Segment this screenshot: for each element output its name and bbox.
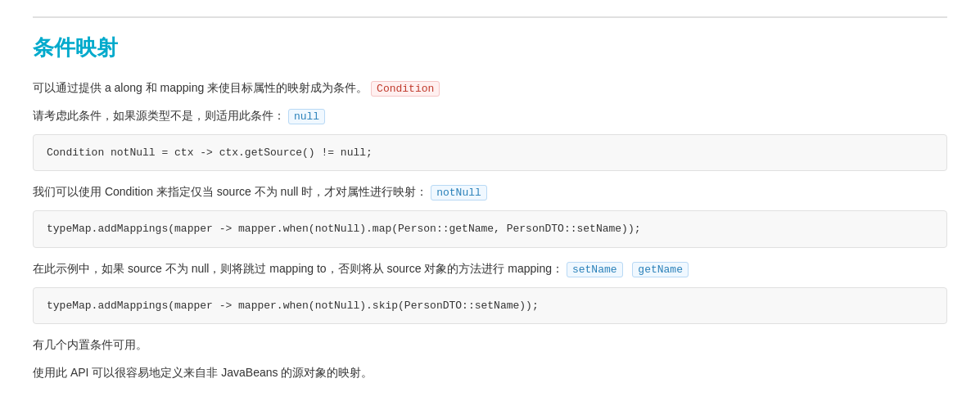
code-3-text: typeMap.addMappings(mapper -> mapper.whe… xyxy=(47,300,539,312)
code-block-1: Condition notNull = ctx -> ctx.getSource… xyxy=(33,134,947,172)
paragraph-2: 请考虑此条件，如果源类型不是，则适用此条件： null xyxy=(33,106,947,126)
code-block-3: typeMap.addMappings(mapper -> mapper.whe… xyxy=(33,287,947,325)
code-1-text: Condition notNull = ctx -> ctx.getSource… xyxy=(47,146,373,159)
paragraph-6: 使用此 API 可以很容易地定义来自非 JavaBeans 的源对象的映射。 xyxy=(33,363,947,383)
page-title: 条件映射 xyxy=(33,16,947,65)
paragraph-1: 可以通过提供 a along 和 mapping 来使目标属性的映射成为条件。 … xyxy=(33,79,947,98)
notnull-badge: notNull xyxy=(431,185,487,200)
p5-text: 有几个内置条件可用。 xyxy=(33,338,147,351)
null-badge: null xyxy=(288,109,325,124)
p2-text: 请考虑此条件，如果源类型不是，则适用此条件： xyxy=(33,109,285,122)
p6-text: 使用此 API 可以很容易地定义来自非 JavaBeans 的源对象的映射。 xyxy=(33,366,373,379)
setname-badge: setName xyxy=(567,262,623,277)
code-block-2: typeMap.addMappings(mapper -> mapper.whe… xyxy=(33,210,947,248)
p4-text: 在此示例中，如果 source 不为 null，则将跳过 mapping to，… xyxy=(33,262,563,275)
code-2-text: typeMap.addMappings(mapper -> mapper.whe… xyxy=(47,223,641,235)
condition-badge: Condition xyxy=(371,81,440,97)
getname-badge: getName xyxy=(632,262,689,277)
p3-text: 我们可以使用 Condition 来指定仅当 source 不为 null 时，… xyxy=(33,185,427,198)
paragraph-4: 在此示例中，如果 source 不为 null，则将跳过 mapping to，… xyxy=(33,259,947,279)
paragraph-3: 我们可以使用 Condition 来指定仅当 source 不为 null 时，… xyxy=(33,182,947,202)
paragraph-5: 有几个内置条件可用。 xyxy=(33,336,947,355)
p1-text: 可以通过提供 a along 和 mapping 来使目标属性的映射成为条件。 xyxy=(33,81,368,94)
